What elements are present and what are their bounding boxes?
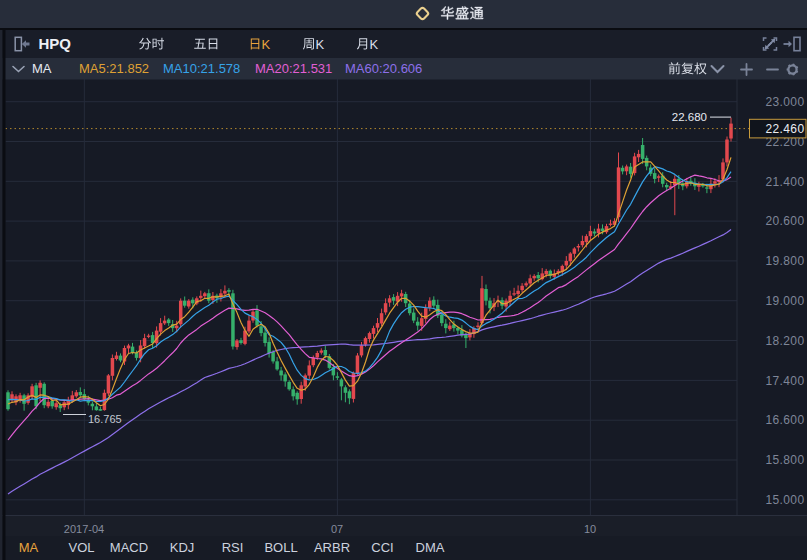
svg-text:23.000: 23.000: [765, 95, 804, 109]
svg-text:16.765: 16.765: [88, 413, 122, 425]
svg-text:MACD: MACD: [110, 540, 148, 555]
svg-text:KDJ: KDJ: [170, 540, 195, 555]
svg-text:BOLL: BOLL: [264, 540, 297, 555]
svg-text:K: K: [370, 37, 379, 52]
svg-text:CCI: CCI: [371, 540, 393, 555]
svg-text:15.800: 15.800: [765, 453, 804, 467]
svg-text:19.000: 19.000: [765, 294, 804, 308]
svg-text:MA10:21.578: MA10:21.578: [163, 61, 240, 76]
svg-text:K: K: [262, 37, 271, 52]
svg-text:K: K: [316, 37, 325, 52]
svg-text:21.400: 21.400: [765, 175, 804, 189]
svg-text:22.680: 22.680: [672, 111, 707, 123]
svg-text:15.000: 15.000: [765, 493, 804, 507]
svg-text:MA60:20.606: MA60:20.606: [345, 61, 422, 76]
svg-text:17.400: 17.400: [765, 374, 804, 388]
svg-text:MA5:21.852: MA5:21.852: [79, 61, 149, 76]
svg-text:RSI: RSI: [222, 540, 244, 555]
svg-text:MA: MA: [32, 61, 52, 76]
svg-text:18.200: 18.200: [765, 334, 804, 348]
svg-text:07: 07: [331, 523, 343, 535]
svg-text:16.600: 16.600: [765, 413, 804, 427]
svg-text:MA20:21.531: MA20:21.531: [255, 61, 332, 76]
svg-text:DMA: DMA: [416, 540, 445, 555]
svg-text:19.800: 19.800: [765, 254, 804, 268]
svg-text:20.600: 20.600: [765, 214, 804, 228]
svg-text:2017-04: 2017-04: [64, 523, 104, 535]
svg-text:10: 10: [584, 523, 596, 535]
svg-text:22.460: 22.460: [765, 122, 804, 136]
svg-text:MA: MA: [19, 540, 39, 555]
svg-text:ARBR: ARBR: [314, 540, 350, 555]
svg-text:VOL: VOL: [68, 540, 94, 555]
svg-text:HPQ: HPQ: [39, 35, 72, 52]
